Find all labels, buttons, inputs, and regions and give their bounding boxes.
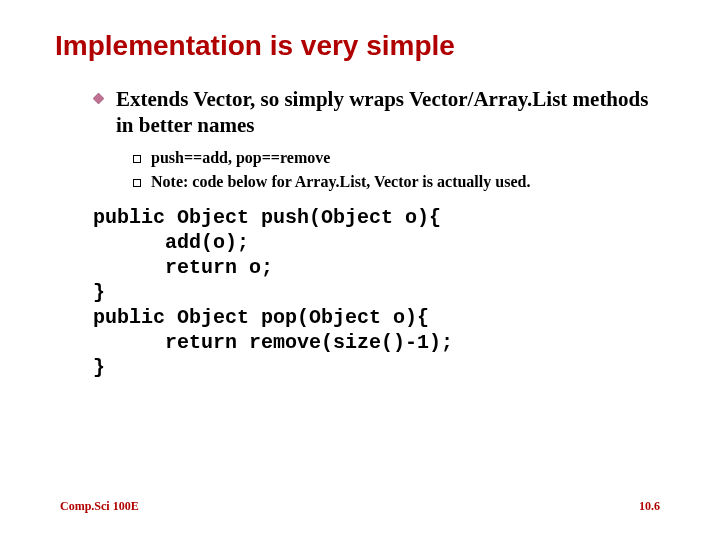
sub-bullet-list: push==add, pop==remove Note: code below … — [133, 149, 665, 191]
slide-footer: Comp.Sci 100E 10.6 — [60, 499, 660, 514]
svg-marker-0 — [93, 93, 104, 104]
bullet-item: Extends Vector, so simply wraps Vector/A… — [93, 86, 665, 139]
sub-text: Note: code below for Array.List, Vector … — [151, 173, 530, 191]
main-bullet-container: Extends Vector, so simply wraps Vector/A… — [93, 86, 665, 191]
footer-course: Comp.Sci 100E — [60, 499, 139, 514]
code-block: public Object push(Object o){ add(o); re… — [93, 205, 665, 380]
bullet-text: Extends Vector, so simply wraps Vector/A… — [116, 86, 665, 139]
sub-item: Note: code below for Array.List, Vector … — [133, 173, 665, 191]
diamond-bullet-icon — [93, 93, 104, 104]
sub-item: push==add, pop==remove — [133, 149, 665, 167]
slide-title: Implementation is very simple — [55, 30, 665, 62]
square-bullet-icon — [133, 155, 141, 163]
sub-text: push==add, pop==remove — [151, 149, 330, 167]
square-bullet-icon — [133, 179, 141, 187]
footer-page-number: 10.6 — [639, 499, 660, 514]
